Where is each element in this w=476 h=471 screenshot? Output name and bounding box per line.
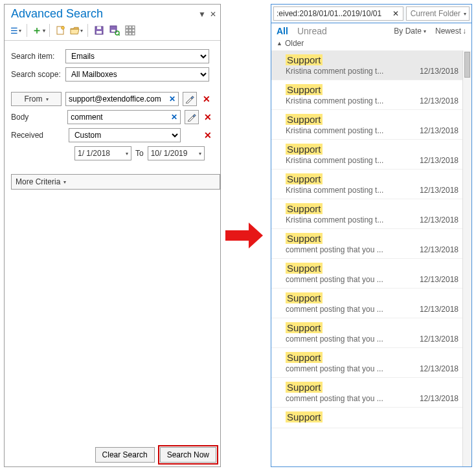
body-label: Body <box>11 113 60 122</box>
arrow-icon <box>225 223 264 248</box>
sort-by-dropdown[interactable]: By Date▾ <box>394 27 426 36</box>
mail-subject: comment posting that you ... <box>286 364 416 373</box>
list-icon[interactable]: ☰▾ <box>8 23 23 38</box>
svg-rect-4 <box>97 27 101 29</box>
mail-date: 12/13/2018 <box>420 364 461 373</box>
mail-date: 12/13/2018 <box>420 156 461 165</box>
mail-date: 12/13/2018 <box>420 334 461 344</box>
svg-rect-15 <box>126 32 128 35</box>
search-results-panel: :eived:2018/01/01..2019/10/01 ✕ Current … <box>271 4 472 467</box>
svg-line-8 <box>119 34 120 36</box>
mail-filter-bar: All Unread By Date▾ Newest↓ <box>271 23 471 36</box>
mail-date: 12/13/2018 <box>420 215 461 225</box>
search-query-chip[interactable]: :eived:2018/01/01..2019/10/01 ✕ <box>273 6 403 21</box>
pin-icon[interactable]: ▼ <box>198 10 206 19</box>
body-clear-icon[interactable]: ✕ <box>168 113 180 122</box>
mail-item[interactable]: SupportKristina comment posting t...12/1… <box>271 199 462 229</box>
mail-date: 12/13/2018 <box>420 245 461 254</box>
svg-rect-14 <box>132 29 135 32</box>
collapse-icon[interactable]: ▲ <box>277 40 282 47</box>
mail-sender: Support <box>286 233 323 244</box>
open-folder-icon[interactable]: ▾ <box>69 23 84 38</box>
title-bar: Advanced Search ▼ ✕ <box>5 5 220 22</box>
mail-list: SupportKristina comment posting t...12/1… <box>271 50 471 466</box>
mail-subject: comment posting that you ... <box>286 394 416 403</box>
mail-date: 12/13/2018 <box>420 275 461 284</box>
mail-item[interactable]: Support <box>271 408 462 428</box>
mail-item[interactable]: Supportcomment posting that you ...12/13… <box>271 378 462 408</box>
mail-subject: comment posting that you ... <box>286 334 416 344</box>
svg-rect-10 <box>129 26 131 28</box>
tab-all[interactable]: All <box>277 26 288 36</box>
mail-subject: Kristina comment posting t... <box>286 67 416 76</box>
svg-point-1 <box>62 27 65 30</box>
new-file-icon[interactable] <box>54 23 68 38</box>
scrollbar-thumb[interactable] <box>464 52 470 78</box>
from-input[interactable] <box>66 94 166 104</box>
received-select[interactable]: Custom <box>69 128 181 142</box>
results-header: :eived:2018/01/01..2019/10/01 ✕ Current … <box>271 5 471 23</box>
save-icon[interactable] <box>92 23 106 38</box>
mail-date: 12/13/2018 <box>420 394 461 403</box>
mail-subject: Kristina comment posting t... <box>286 215 416 225</box>
mail-item[interactable]: SupportKristina comment posting t...12/1… <box>271 170 462 199</box>
mail-subject: comment posting that you ... <box>286 245 416 254</box>
body-picker-icon[interactable] <box>185 110 198 124</box>
mail-item[interactable]: Supportcomment posting that you ...12/13… <box>271 259 462 289</box>
mail-sender: Support <box>286 203 323 214</box>
mail-subject: comment posting that you ... <box>286 275 416 284</box>
mail-date: 12/13/2018 <box>420 186 461 195</box>
mail-sender: Support <box>286 144 323 155</box>
svg-rect-16 <box>129 32 131 35</box>
mail-date: 12/13/2018 <box>420 96 461 105</box>
search-form: Search item: Emails Search scope: All Ma… <box>5 45 220 165</box>
mail-sender: Support <box>286 114 323 125</box>
mail-sender: Support <box>286 263 323 274</box>
group-header-older[interactable]: ▲ Older <box>271 36 471 50</box>
query-clear-icon[interactable]: ✕ <box>390 9 402 18</box>
search-scope-select[interactable]: All Mailboxes <box>65 67 209 82</box>
mail-subject: comment posting that you ... <box>286 305 416 314</box>
received-label: Received <box>11 131 61 140</box>
date-to-input[interactable]: 10/ 1/2019▾ <box>148 146 205 160</box>
mail-date: 12/13/2018 <box>420 67 461 76</box>
date-from-input[interactable]: 1/ 1/2018▾ <box>74 146 131 160</box>
mail-item[interactable]: Supportcomment posting that you ...12/13… <box>271 289 462 318</box>
save-search-icon[interactable] <box>108 23 122 38</box>
more-criteria-button[interactable]: More Criteria▾ <box>11 174 220 190</box>
svg-rect-13 <box>129 29 131 32</box>
scope-dropdown[interactable]: Current Folder▾ <box>406 6 470 21</box>
mail-sender: Support <box>286 84 323 95</box>
mail-date: 12/13/2018 <box>420 126 461 135</box>
mail-item[interactable]: SupportKristina comment posting t...12/1… <box>271 80 462 110</box>
mail-item[interactable]: Supportcomment posting that you ...12/13… <box>271 348 462 378</box>
mail-sender: Support <box>286 382 323 393</box>
add-icon[interactable]: ＋▾ <box>31 23 45 38</box>
search-now-button[interactable]: Search Now <box>160 447 216 463</box>
close-icon[interactable]: ✕ <box>210 10 216 19</box>
from-clear-icon[interactable]: ✕ <box>166 94 178 104</box>
mail-item[interactable]: SupportKristina comment posting t...12/1… <box>271 110 462 140</box>
from-remove-icon[interactable]: ✕ <box>201 94 212 104</box>
search-item-select[interactable]: Emails <box>65 49 209 63</box>
mail-subject: Kristina comment posting t... <box>286 156 416 165</box>
sort-order-dropdown[interactable]: Newest↓ <box>435 27 466 36</box>
scrollbar[interactable] <box>462 50 471 466</box>
body-remove-icon[interactable]: ✕ <box>203 112 214 122</box>
grid-icon[interactable] <box>123 23 137 38</box>
body-input-wrap: ✕ <box>67 110 181 124</box>
tab-unread[interactable]: Unread <box>297 26 327 36</box>
search-scope-label: Search scope: <box>11 70 62 79</box>
mail-item[interactable]: Supportcomment posting that you ...12/13… <box>271 318 462 348</box>
mail-item[interactable]: Supportcomment posting that you ...12/13… <box>271 229 462 259</box>
mail-item[interactable]: SupportKristina comment posting t...12/1… <box>271 50 462 80</box>
svg-rect-9 <box>126 26 128 28</box>
svg-rect-12 <box>126 29 128 32</box>
mail-item[interactable]: SupportKristina comment posting t...12/1… <box>271 140 462 170</box>
from-picker-icon[interactable] <box>183 92 197 106</box>
mail-sender: Support <box>286 173 323 184</box>
from-button[interactable]: From▾ <box>11 92 62 106</box>
received-remove-icon[interactable]: ✕ <box>202 130 214 140</box>
clear-search-button[interactable]: Clear Search <box>95 447 155 463</box>
body-input[interactable] <box>68 113 168 122</box>
